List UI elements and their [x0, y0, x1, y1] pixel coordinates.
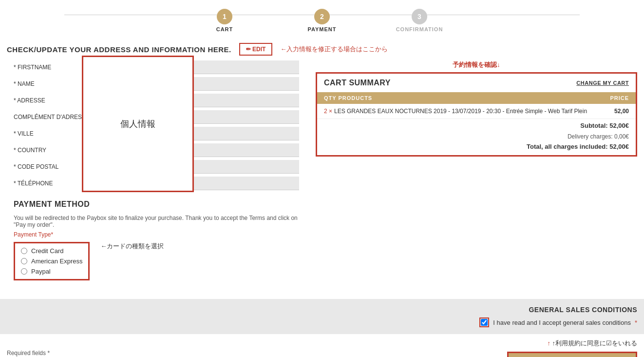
stepper: 1 CART 2 PAYMENT 3 CONFIRMATION — [0, 0, 644, 37]
gsc-checkbox[interactable] — [481, 319, 488, 326]
bottom-actions: Required fields * Cancel ↑ ↑利用規約に同意に☑をいれ… — [0, 334, 644, 357]
cart-item-row: 2 × LES GRANDES EAUX NOCTURNES 2019 - 13… — [317, 104, 636, 119]
payment-description: You will be redirected to the Paybox sit… — [14, 215, 299, 228]
gsc-required-star: * — [635, 319, 637, 326]
gsc-label: I have read and I accept general sales c… — [493, 319, 631, 326]
right-panel: 予約情報を確認↓ CART SUMMARY CHANGE MY CART QTY… — [316, 60, 637, 289]
payment-method-section: PAYMENT METHOD You will be redirected to… — [7, 193, 306, 289]
pay-order-button[interactable]: Pay my order — [509, 353, 636, 357]
footer-left: Required fields * Cancel — [7, 350, 86, 357]
card-annotation: ←カードの種類を選択 — [100, 242, 164, 251]
pay-order-box: Pay my order — [507, 352, 637, 357]
left-panel: 個人情報 * FIRSTNAME * NAME * ADRESSE COMPLÉ… — [7, 60, 306, 289]
gsc-title: GENERAL SALES CONDITIONS — [479, 306, 637, 314]
step-label-cart: CART — [216, 26, 233, 32]
gsc-section: GENERAL SALES CONDITIONS I have read and… — [479, 306, 637, 327]
radio-paypal[interactable] — [21, 268, 27, 275]
label-paypal: Paypal — [31, 268, 51, 275]
cart-summary-box: CART SUMMARY CHANGE MY CART QTY PRODUCTS… — [316, 72, 637, 157]
payment-options-box: Credit Card American Express Paypal — [14, 242, 90, 280]
step-label-confirmation: CONFIRMATION — [396, 26, 443, 32]
option-paypal[interactable]: Paypal — [21, 268, 82, 275]
main-content: 個人情報 * FIRSTNAME * NAME * ADRESSE COMPLÉ… — [0, 60, 644, 289]
step-payment: 2 PAYMENT — [273, 9, 371, 32]
cart-subtotal: Subtotal: 52,00€ — [317, 119, 636, 132]
step-label-payment: PAYMENT — [308, 26, 337, 32]
cart-summary-header: CART SUMMARY CHANGE MY CART — [317, 74, 636, 92]
item-name: LES GRANDES EAUX NOCTURNES 2019 - 13/07/… — [334, 108, 614, 115]
radio-credit-card[interactable] — [21, 248, 27, 254]
col-price: PRICE — [610, 95, 629, 101]
form-section: 個人情報 * FIRSTNAME * NAME * ADRESSE COMPLÉ… — [14, 60, 299, 190]
personal-info-label: 個人情報 — [120, 118, 155, 130]
label-credit-card: Credit Card — [31, 247, 63, 255]
cart-delivery: Delivery charges: 0,00€ — [317, 132, 636, 141]
payment-type-label: Payment Type* — [14, 231, 299, 238]
radio-american-express[interactable] — [21, 258, 27, 264]
step-circle-1: 1 — [217, 9, 232, 24]
footer-right: ↑ ↑利用規約に同意に☑をいれる Pay my order — [507, 339, 637, 357]
edit-button[interactable]: ✏ EDIT — [239, 43, 273, 56]
step-circle-3: 3 — [412, 9, 427, 24]
change-cart-link[interactable]: CHANGE MY CART — [576, 80, 629, 86]
gsc-checkbox-box — [479, 317, 489, 327]
personal-info-box: 個人情報 — [82, 56, 194, 192]
arrow-up-icon: ↑ — [547, 339, 550, 347]
edit-annotation: ←入力情報を修正する場合はここから — [280, 45, 388, 54]
bottom-bar-inner: GENERAL SALES CONDITIONS I have read and… — [7, 306, 637, 327]
step-circle-2: 2 — [314, 9, 330, 24]
step-confirmation: 3 CONFIRMATION — [371, 9, 468, 32]
col-qty-products: QTY PRODUCTS — [324, 95, 372, 101]
cart-summary-title: CART SUMMARY — [324, 79, 391, 87]
step-cart: 1 CART — [176, 9, 273, 32]
option-credit-card[interactable]: Credit Card — [21, 247, 82, 255]
toc-annotation: ↑ ↑利用規約に同意に☑をいれる — [547, 339, 637, 348]
label-american-express: American Express — [31, 258, 82, 265]
item-price: 52,00 — [614, 108, 629, 115]
cart-annotation: 予約情報を確認↓ — [316, 60, 637, 69]
option-american-express[interactable]: American Express — [21, 258, 82, 265]
required-note: Required fields * — [7, 350, 86, 357]
cart-total: Total, all charges included: 52,00€ — [317, 141, 636, 155]
gsc-checkbox-row: I have read and I accept general sales c… — [479, 317, 637, 327]
address-title: CHECK/UPDATE YOUR ADDRESS AND INFORMATIO… — [7, 45, 231, 54]
item-qty: 2 × — [324, 108, 332, 115]
payment-method-title: PAYMENT METHOD — [14, 200, 299, 209]
cart-table-header: QTY PRODUCTS PRICE — [317, 92, 636, 104]
bottom-bar: GENERAL SALES CONDITIONS I have read and… — [0, 299, 644, 334]
